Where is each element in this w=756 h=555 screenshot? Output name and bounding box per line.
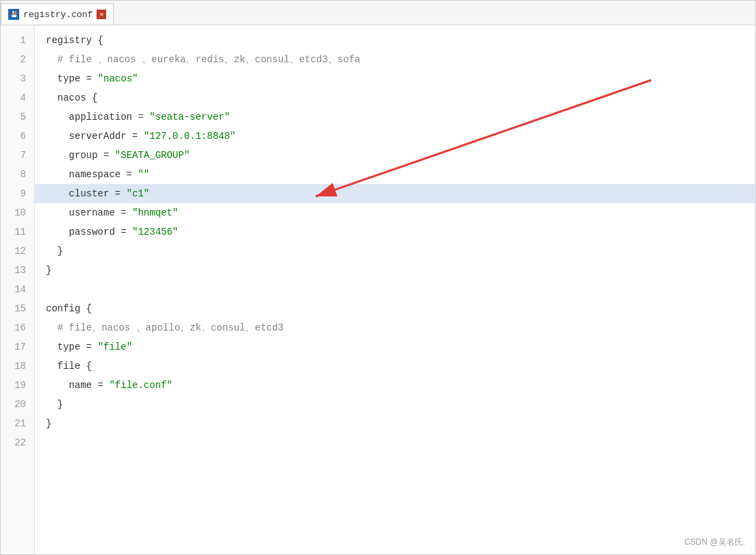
code-line: type = "nacos"	[35, 69, 755, 88]
tab-close-button[interactable]: ✕	[97, 10, 106, 19]
watermark: CSDN @吴名氏.	[684, 537, 745, 548]
code-line: group = "SEATA_GROUP"	[35, 146, 755, 165]
code-line: application = "seata-server"	[35, 107, 755, 127]
code-line: }	[35, 261, 755, 280]
tab-filename: registry.conf	[23, 10, 92, 20]
code-line: nacos {	[35, 88, 755, 107]
line-number: 1	[1, 31, 34, 50]
code-line: username = "hnmqet"	[35, 203, 755, 222]
line-number: 16	[1, 318, 34, 337]
code-line	[35, 433, 755, 452]
file-icon: 💾	[8, 9, 19, 20]
code-line: serverAddr = "127.0.0.1:8848"	[35, 127, 755, 146]
code-line: cluster = "c1"	[35, 184, 755, 203]
line-numbers: 12345678910111213141516171819202122	[1, 25, 35, 554]
code-line: name = "file.conf"	[35, 376, 755, 395]
line-number: 21	[1, 414, 34, 433]
line-number: 3	[1, 69, 34, 88]
code-line: # file、nacos 、apollo、zk、consul、etcd3	[35, 318, 755, 337]
line-number: 9	[1, 184, 34, 203]
code-line: registry {	[35, 31, 755, 50]
line-number: 14	[1, 280, 34, 299]
code-line: }	[35, 414, 755, 433]
line-number: 6	[1, 127, 34, 146]
line-number: 5	[1, 107, 34, 127]
file-tab[interactable]: 💾 registry.conf ✕	[1, 3, 114, 25]
line-number: 15	[1, 299, 34, 318]
code-content[interactable]: registry { # file 、nacos 、eureka、redis、z…	[35, 25, 755, 554]
code-line: namespace = ""	[35, 165, 755, 184]
code-line: password = "123456"	[35, 222, 755, 242]
line-number: 20	[1, 395, 34, 414]
line-number: 19	[1, 376, 34, 395]
code-line	[35, 280, 755, 299]
line-number: 7	[1, 146, 34, 165]
code-area: 12345678910111213141516171819202122 regi…	[1, 25, 755, 554]
line-number: 4	[1, 88, 34, 107]
line-number: 17	[1, 337, 34, 357]
tab-bar: 💾 registry.conf ✕	[1, 1, 755, 25]
code-line: }	[35, 242, 755, 261]
code-line: file {	[35, 357, 755, 376]
line-number: 18	[1, 357, 34, 376]
line-number: 11	[1, 222, 34, 242]
code-line: config {	[35, 299, 755, 318]
line-number: 13	[1, 261, 34, 280]
editor-window: 💾 registry.conf ✕ 1234567891011121314151…	[0, 0, 756, 555]
line-number: 22	[1, 433, 34, 452]
code-line: type = "file"	[35, 337, 755, 357]
line-number: 12	[1, 242, 34, 261]
code-line: # file 、nacos 、eureka、redis、zk、consul、et…	[35, 50, 755, 69]
code-line: }	[35, 395, 755, 414]
line-number: 8	[1, 165, 34, 184]
line-number: 2	[1, 50, 34, 69]
line-number: 10	[1, 203, 34, 222]
